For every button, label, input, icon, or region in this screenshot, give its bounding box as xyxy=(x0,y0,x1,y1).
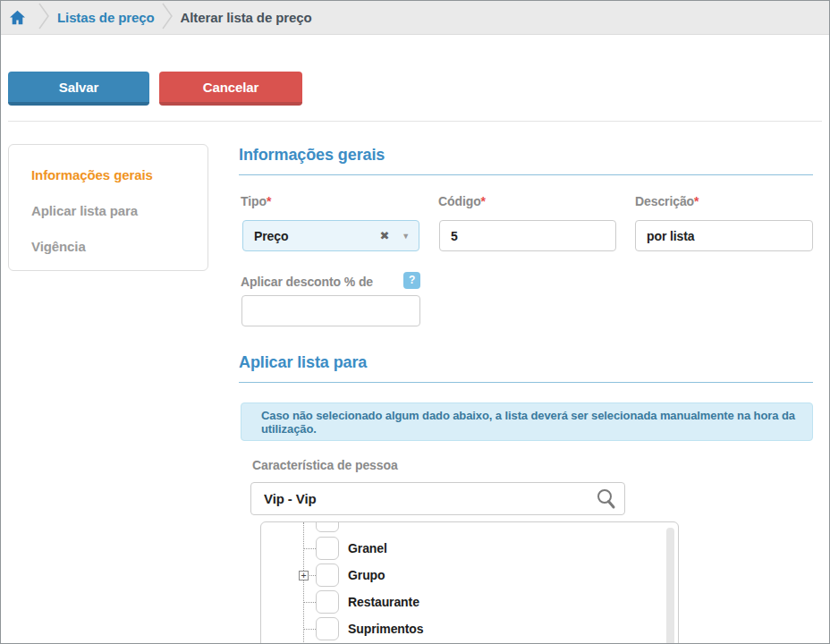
section-nav: Informações gerais Aplicar lista para Vi… xyxy=(8,144,208,271)
toolbar-divider xyxy=(8,121,822,122)
chevron-down-icon[interactable]: ▼ xyxy=(402,232,410,241)
breadcrumb: Listas de preço Alterar lista de preço xyxy=(1,1,829,35)
codigo-field[interactable] xyxy=(439,220,616,251)
tree-checkbox-partial[interactable] xyxy=(316,521,339,532)
tree-item-grupo[interactable]: Grupo xyxy=(348,564,385,587)
help-icon[interactable]: ? xyxy=(403,272,420,289)
section-title-apply: Aplicar lista para xyxy=(239,353,813,383)
tree-checkbox-grupo[interactable] xyxy=(316,564,339,587)
tree-checkbox-granel[interactable] xyxy=(316,537,339,560)
breadcrumb-current: Alterar lista de preço xyxy=(181,10,312,25)
tipo-select[interactable]: Preço ✖ ▼ xyxy=(242,220,419,251)
expand-icon[interactable]: + xyxy=(299,571,309,580)
tree-item-suprimentos[interactable]: Suprimentos xyxy=(348,617,423,640)
descricao-field[interactable] xyxy=(635,220,813,251)
tree-connector xyxy=(304,548,316,549)
required-mark: * xyxy=(267,194,271,208)
caracteristica-search xyxy=(250,482,625,515)
required-mark: * xyxy=(694,194,699,208)
home-icon[interactable] xyxy=(9,10,26,25)
chevron-right-icon xyxy=(162,2,174,34)
breadcrumb-link-listas[interactable]: Listas de preço xyxy=(57,10,155,25)
tipo-label: Tipo* xyxy=(241,194,271,208)
clear-icon[interactable]: ✖ xyxy=(379,229,389,242)
sidebar-item-informacoes-gerais[interactable]: Informações gerais xyxy=(31,167,208,182)
tree-scrollbar[interactable] xyxy=(666,528,674,644)
desconto-field[interactable] xyxy=(241,295,420,326)
tree-item-granel[interactable]: Granel xyxy=(348,537,387,560)
info-alert: Caso não selecionado algum dado abaixo, … xyxy=(241,402,813,441)
save-button[interactable]: Salvar xyxy=(8,72,149,106)
cancel-button[interactable]: Cancelar xyxy=(159,72,302,106)
sidebar-item-aplicar-lista-para[interactable]: Aplicar lista para xyxy=(31,203,208,218)
caracteristica-search-input[interactable] xyxy=(250,482,625,515)
caracteristica-label: Característica de pessoa xyxy=(252,458,398,472)
descricao-label: Descrição* xyxy=(635,194,699,208)
chevron-right-icon xyxy=(38,2,50,34)
app-window: Listas de preço Alterar lista de preço S… xyxy=(0,0,830,644)
tree-branch-line xyxy=(303,522,304,644)
info-alert-text: Caso não selecionado algum dado abaixo, … xyxy=(261,409,812,436)
search-icon[interactable] xyxy=(594,487,618,514)
desconto-label: Aplicar desconto % de xyxy=(241,275,373,289)
tree-connector xyxy=(304,602,316,603)
tree-checkbox-restaurante[interactable] xyxy=(316,590,339,614)
tipo-selected-value: Preço xyxy=(254,229,379,243)
section-title-general: Informações gerais xyxy=(239,146,813,175)
tree-checkbox-suprimentos[interactable] xyxy=(316,617,339,640)
required-mark: * xyxy=(481,194,486,208)
codigo-label: Código* xyxy=(438,194,486,208)
sidebar-item-vigencia[interactable]: Vigência xyxy=(31,239,208,254)
tree-connector xyxy=(304,629,316,630)
tree-item-restaurante[interactable]: Restaurante xyxy=(348,590,419,614)
caracteristica-tree: Granel + Grupo Restaurante Suprimentos xyxy=(260,521,679,644)
